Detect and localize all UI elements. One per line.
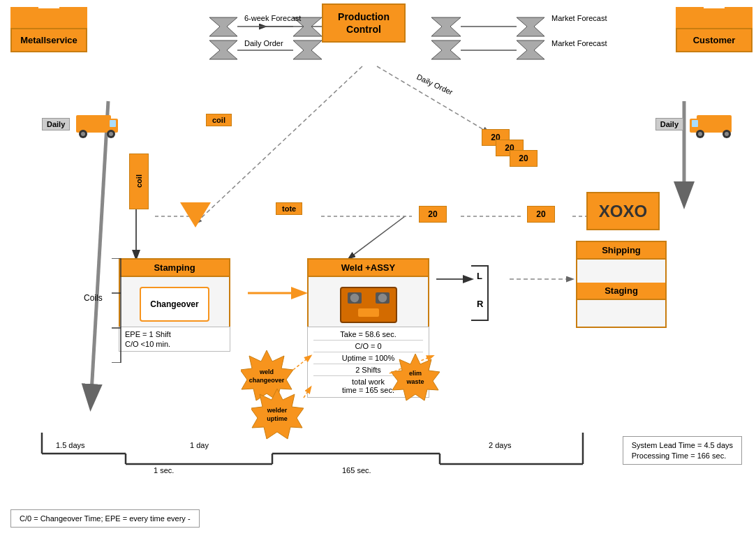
stacked-inv-3: 20 (510, 150, 538, 167)
weld-assy-label: Weld +ASSY (307, 258, 429, 277)
stamping-process: Stamping Changeover (119, 258, 230, 333)
svg-text:elim: elim (409, 370, 422, 377)
six-week-forecast-label: 6-week Forecast (244, 14, 301, 22)
staging-process: Staging (576, 283, 667, 328)
svg-line-0 (91, 101, 108, 405)
market-forecast-label-1: Market Forecast (551, 14, 607, 22)
kaizen-elim-waste: elim waste (391, 352, 440, 401)
stamping-info: EPE = 1 Shift C/O <10 min. (119, 327, 230, 352)
timeline-sec-1: 1 sec. (154, 466, 174, 475)
staging-label: Staging (576, 283, 667, 300)
coils-label: Coils (84, 293, 103, 303)
summary-box: System Lead Time = 4.5 days Processing T… (623, 436, 742, 465)
svg-marker-11 (431, 40, 461, 59)
svg-rect-35 (76, 115, 111, 133)
market-forecast-label-2: Market Forecast (551, 39, 607, 47)
kaizen-welder-uptime: welder uptime (251, 387, 304, 440)
svg-marker-5 (293, 40, 322, 59)
svg-marker-63 (251, 389, 304, 439)
timeline-sec-165: 165 sec. (342, 466, 371, 475)
svg-point-57 (350, 293, 360, 303)
customer-factory: Customer (676, 7, 753, 52)
stamping-label: Stamping (119, 258, 230, 277)
coil-vertical: coil (129, 154, 149, 209)
svg-point-40 (81, 132, 85, 136)
inv-20-mid: 20 (419, 206, 447, 223)
svg-text:welder: welder (267, 407, 288, 414)
weld-co: C/O = 0 (313, 342, 423, 352)
metallservice-factory: Metallservice (10, 7, 87, 52)
svg-marker-3 (209, 17, 237, 36)
timeline-days-1-5: 1.5 days (56, 441, 85, 449)
timeline-days-2: 2 days (489, 441, 511, 449)
svg-point-41 (109, 132, 113, 136)
daily-order-diagonal-label: Daily Order (415, 73, 454, 96)
truck-left: Daily (42, 108, 121, 140)
customer-label: Customer (676, 28, 753, 52)
svg-marker-12 (517, 40, 544, 59)
daily-order-label-left: Daily Order (244, 39, 283, 47)
weld-take: Take = 58.6 sec. (313, 330, 423, 341)
system-lead-time: System Lead Time = 4.5 days (632, 441, 733, 449)
svg-line-15 (377, 66, 489, 133)
svg-rect-44 (692, 120, 698, 127)
legend-box: C/0 = Changeover Time; EPE = every time … (10, 509, 200, 528)
coil-label-top: coil (206, 114, 232, 126)
shipping-label: Shipping (576, 241, 667, 260)
inv-20-right: 20 (527, 206, 555, 223)
svg-marker-8 (431, 17, 461, 36)
svg-point-48 (725, 132, 729, 136)
push-s-label: S (186, 181, 192, 193)
timeline-days-1: 1 day (190, 441, 209, 449)
svg-marker-66 (391, 354, 440, 401)
processing-time: Processing Time = 166 sec. (632, 451, 733, 460)
svg-text:uptime: uptime (267, 415, 288, 422)
svg-text:changeover: changeover (249, 377, 285, 384)
changeover-label: Changeover (140, 287, 209, 322)
svg-rect-37 (110, 120, 116, 127)
production-control-label: Production Control (322, 3, 406, 43)
svg-point-58 (378, 293, 387, 303)
svg-marker-9 (517, 17, 544, 36)
svg-line-19 (349, 216, 405, 258)
svg-text:weld: weld (259, 368, 274, 375)
push-symbol: S (180, 202, 211, 227)
svg-line-14 (195, 66, 362, 223)
xoxo-box: XOXO (586, 192, 660, 230)
legend-text: C/0 = Changeover Time; EPE = every time … (20, 514, 191, 523)
svg-text:waste: waste (406, 378, 424, 385)
metallservice-label: Metallservice (10, 28, 87, 52)
weld-assy-process: Weld +ASSY (307, 258, 429, 334)
production-control-factory: Production Control (322, 3, 406, 43)
truck-right: Daily (655, 108, 735, 140)
tote-label: tote (276, 202, 302, 215)
svg-point-47 (698, 132, 702, 136)
svg-marker-6 (209, 40, 237, 59)
stamping-co: C/O <10 min. (125, 340, 224, 348)
stamping-epe: EPE = 1 Shift (125, 330, 224, 338)
svg-rect-59 (358, 308, 379, 317)
